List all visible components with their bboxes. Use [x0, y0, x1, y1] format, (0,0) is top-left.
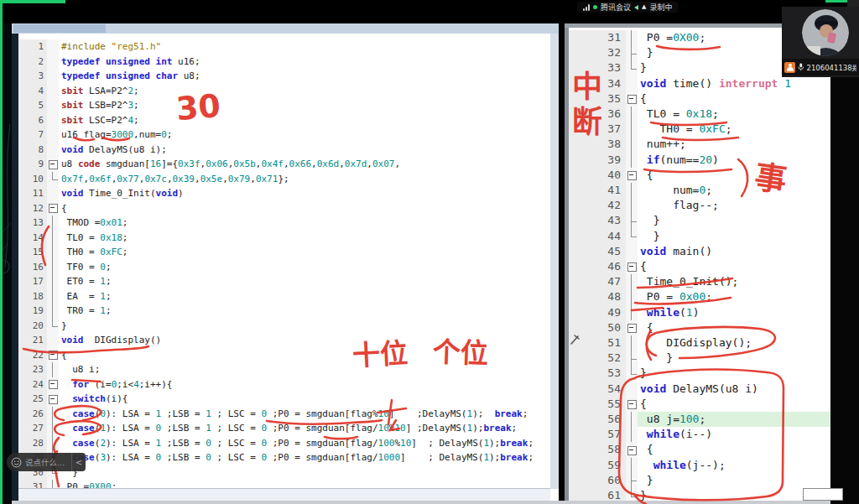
code-line[interactable]: 12{: [18, 201, 550, 216]
code-line[interactable]: 13 TMOD =0x01;: [18, 216, 550, 231]
code-line[interactable]: 60 }: [569, 473, 830, 488]
fold-toggle[interactable]: [47, 157, 59, 172]
editor-panel-right[interactable]: 31 P0 =0X00;32 }33}34void time() interru…: [565, 23, 830, 504]
fold-toggle[interactable]: [626, 442, 638, 457]
editor-panel-left[interactable]: 1#include "reg51.h"2typedef unsigned int…: [12, 23, 559, 501]
fold-toggle[interactable]: [626, 320, 638, 335]
code-line[interactable]: 16 TF0 = 0;: [18, 260, 550, 275]
line-number: 59: [569, 458, 626, 473]
horizontal-scrollbar[interactable]: [18, 488, 550, 501]
code-line[interactable]: 41 num=0;: [569, 183, 830, 198]
code-line[interactable]: 55{: [569, 397, 830, 412]
code-line[interactable]: 5sbit LSB=P2^3;: [18, 98, 550, 113]
code-line[interactable]: 45void main(): [569, 244, 830, 259]
code-line[interactable]: 100x7f,0x6f,0x77,0x7c,0x39,0x5e,0x79,0x7…: [18, 172, 550, 187]
meeting-status-pill[interactable]: 腾讯会议 ▲ 录制中: [577, 2, 678, 13]
code-line[interactable]: 48 P0 = 0x00;: [569, 289, 830, 304]
code-line[interactable]: 11void Time_0_Init(void): [18, 186, 550, 201]
code-line[interactable]: 34void time() interrupt 1: [569, 76, 830, 91]
fold-gutter: [47, 39, 59, 55]
code-line[interactable]: 58 {: [569, 442, 830, 457]
code-line[interactable]: 2typedef unsigned int u16;: [18, 55, 550, 70]
chat-input[interactable]: 说点什么...: [7, 453, 71, 471]
participant-video[interactable]: 2106041138郑闯: [782, 7, 859, 77]
code-line[interactable]: 23 u8 i;: [18, 362, 550, 377]
code-line[interactable]: 25 switch(i){: [18, 392, 550, 407]
code-line[interactable]: 40 {: [569, 168, 830, 183]
code-line[interactable]: 56 u8 j=100;: [569, 412, 830, 427]
code-line[interactable]: 3typedef unsigned char u8;: [18, 69, 550, 84]
fold-toggle[interactable]: [47, 348, 59, 363]
fold-gutter: [47, 172, 59, 187]
code-text: }: [638, 473, 830, 488]
line-number: 25: [18, 392, 47, 407]
code-line[interactable]: 29 case(3): LSA = 0 ;LSB = 0 ; LSC = 0 ;…: [18, 450, 550, 465]
code-line[interactable]: 7u16 flag=3000,num=0;: [18, 127, 550, 143]
corner-filler: [847, 0, 859, 7]
code-line[interactable]: 47 Time_0_Init();: [569, 274, 830, 289]
code-line[interactable]: 9u8 code smgduan[16]={0x3f,0x06,0x5b,0x4…: [18, 157, 550, 172]
code-line[interactable]: 28 case(2): LSA = 1 ;LSB = 0 ; LSC = 0 ;…: [18, 436, 550, 451]
chevron-left-icon: <: [75, 458, 82, 467]
code-line[interactable]: 36 TL0 = 0x18;: [569, 107, 830, 122]
code-line[interactable]: 38 num++;: [569, 137, 830, 152]
fold-gutter: [626, 107, 638, 122]
code-line[interactable]: 19 TR0 = 1;: [18, 304, 550, 319]
fold-toggle[interactable]: [626, 397, 638, 412]
code-line[interactable]: 43 }: [569, 213, 830, 228]
code-line[interactable]: 20}: [18, 319, 550, 334]
code-line[interactable]: 26 case(0): LSA = 1 ;LSB = 1 ; LSC = 0 ;…: [18, 407, 550, 422]
code-line[interactable]: 46{: [569, 259, 830, 274]
code-line[interactable]: 27 case(1): LSA = 0 ;LSB = 1 ; LSC = 0 ;…: [18, 421, 550, 436]
line-number: 24: [18, 377, 47, 392]
code-area-right[interactable]: 31 P0 =0X00;32 }33}34void time() interru…: [569, 28, 830, 504]
code-line[interactable]: 17 ET0 = 1;: [18, 274, 550, 289]
code-line[interactable]: 37 TH0 = 0xFC;: [569, 122, 830, 137]
fold-toggle[interactable]: [626, 168, 638, 183]
fold-toggle[interactable]: [626, 91, 638, 107]
fold-toggle[interactable]: [47, 201, 59, 216]
code-line[interactable]: 54void DelayMS(u8 i): [569, 382, 830, 397]
fold-gutter: [626, 244, 638, 259]
vertical-scrollbar[interactable]: [550, 34, 559, 489]
code-line[interactable]: 4sbit LSA=P2^2;: [18, 84, 550, 99]
code-line[interactable]: 51 DIGdisplay();: [569, 335, 830, 351]
fold-toggle[interactable]: [47, 377, 59, 392]
fold-toggle[interactable]: [47, 392, 59, 407]
code-area-left[interactable]: 1#include "reg51.h"2typedef unsigned int…: [18, 34, 550, 489]
code-line[interactable]: 30 }: [18, 465, 550, 481]
code-line[interactable]: 15 TH0 = 0xFC;: [18, 245, 550, 260]
code-line[interactable]: 59 while(j--);: [569, 458, 830, 473]
code-line[interactable]: 6sbit LSC=P2^4;: [18, 113, 550, 128]
code-line[interactable]: 57 while(i--): [569, 427, 830, 442]
fold-gutter: [626, 153, 638, 168]
line-number: 52: [569, 351, 626, 366]
code-text: {: [638, 320, 830, 335]
bottom-scroll-track[interactable]: [12, 501, 830, 504]
line-number: 20: [18, 319, 47, 334]
scroll-corner[interactable]: [803, 488, 843, 501]
code-line[interactable]: 14 TL0 = 0x18;: [18, 231, 550, 246]
code-line[interactable]: 44 }: [569, 229, 830, 244]
code-line[interactable]: 21void DIGdisplay(): [18, 333, 550, 348]
fold-gutter: [626, 382, 638, 397]
code-line[interactable]: 18 EA = 1;: [18, 289, 550, 304]
line-number: 22: [18, 348, 47, 363]
code-line[interactable]: 8void DelayMS(u8 i);: [18, 143, 550, 158]
fold-toggle[interactable]: [626, 259, 638, 274]
recording-icon: ▲: [642, 4, 646, 10]
participant-name-badge: 2106041138郑闯: [782, 59, 859, 75]
fold-gutter: [626, 305, 638, 320]
code-line[interactable]: 1#include "reg51.h": [18, 39, 550, 55]
code-line[interactable]: 49 while(1): [569, 305, 830, 320]
chat-collapse-button[interactable]: <: [71, 453, 86, 471]
code-line[interactable]: 42 flag--;: [569, 198, 830, 213]
code-line[interactable]: 24 for (i=0;i<4;i++){: [18, 377, 550, 392]
fold-gutter: [47, 127, 59, 143]
code-line[interactable]: 39 if(num==20): [569, 153, 830, 168]
code-line[interactable]: 35{: [569, 91, 830, 107]
code-line[interactable]: 52 }: [569, 351, 830, 366]
code-line[interactable]: 50 {: [569, 320, 830, 335]
code-line[interactable]: 22{: [18, 348, 550, 363]
code-line[interactable]: 53}: [569, 366, 830, 381]
